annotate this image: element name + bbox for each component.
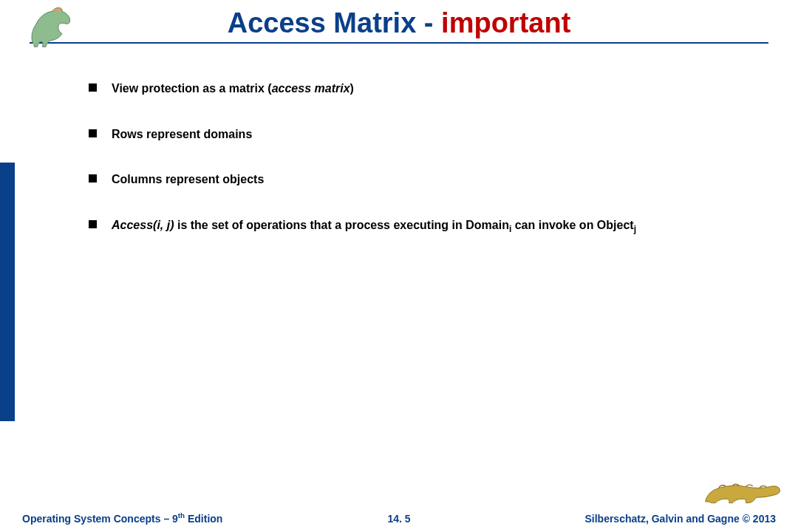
square-bullet-icon — [89, 129, 97, 137]
title-underline — [30, 42, 768, 44]
title-text-main: Access Matrix - — [228, 7, 441, 38]
square-bullet-icon — [89, 174, 97, 183]
footer-copyright: Silberschatz, Galvin and Gagne © 2013 — [584, 513, 776, 525]
list-item: Columns represent objects — [89, 171, 754, 188]
square-bullet-icon — [89, 220, 97, 228]
bullet-text: Rows represent domains — [112, 126, 252, 143]
list-item: View protection as a matrix (access matr… — [89, 81, 754, 97]
side-accent-bar — [0, 163, 15, 421]
footer-book-title: Operating System Concepts – 9th Edition — [22, 511, 222, 525]
title-text-emphasis: important — [441, 7, 570, 38]
slide-footer: Operating System Concepts – 9th Edition … — [0, 511, 798, 525]
bullet-text: View protection as a matrix (access matr… — [112, 81, 354, 97]
slide-title: Access Matrix - important — [228, 7, 571, 39]
bullet-text: Columns represent objects — [112, 171, 264, 188]
slide-content: View protection as a matrix (access matr… — [0, 44, 798, 235]
dinosaur-footer-icon — [702, 468, 783, 508]
list-item: Rows represent domains — [89, 126, 754, 143]
slide-header: Access Matrix - important — [0, 0, 798, 44]
footer-page-number: 14. 5 — [387, 513, 410, 525]
square-bullet-icon — [89, 83, 97, 92]
dinosaur-icon — [22, 1, 89, 53]
list-item: Access(i, j) is the set of operations th… — [89, 217, 754, 235]
bullet-text: Access(i, j) is the set of operations th… — [112, 217, 636, 235]
